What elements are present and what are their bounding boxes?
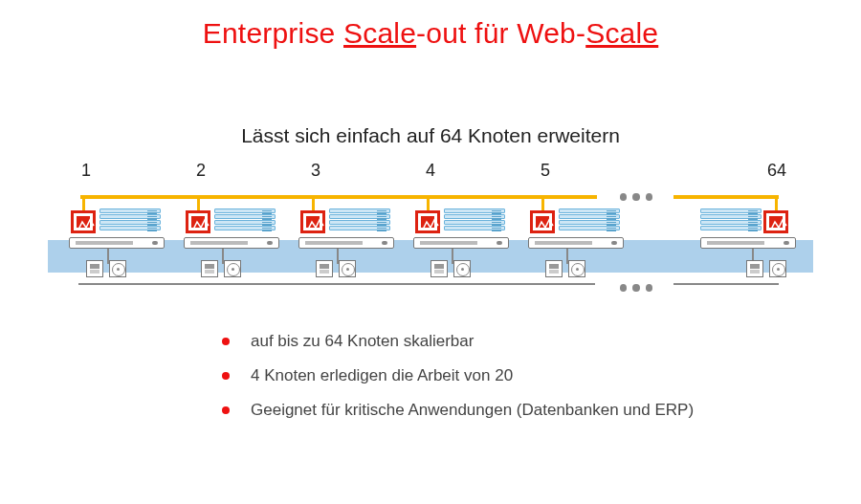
drives — [86, 260, 126, 277]
rack-icon — [700, 237, 796, 249]
server-icon — [444, 208, 505, 235]
node-label: 2 — [196, 161, 206, 181]
title-underline-2: Scale — [585, 17, 658, 49]
drives — [746, 260, 786, 277]
title-part: -out für Web- — [416, 17, 585, 49]
drive-icon — [746, 260, 763, 277]
bullet-item: auf bis zu 64 Knoten skalierbar — [222, 331, 861, 352]
scaleout-diagram: 1 2 3 4 5 64 — [48, 161, 813, 304]
diagram-subtitle: Lässt sich einfach auf 64 Knoten erweite… — [0, 124, 861, 147]
compute-icon — [415, 210, 440, 233]
network-bus-right — [673, 195, 779, 199]
disk-icon — [453, 260, 471, 277]
server-icon — [214, 208, 276, 235]
storage-bus-left — [78, 283, 595, 285]
disk-icon — [339, 260, 356, 277]
drives — [545, 260, 585, 277]
drives — [316, 260, 356, 277]
drives — [430, 260, 471, 277]
rack-icon — [69, 237, 165, 249]
bullet-item: Geeignet für kritische Anwendungen (Date… — [222, 400, 861, 421]
drive-icon — [316, 260, 333, 277]
bullet-item: 4 Knoten erledigen die Arbeit von 20 — [222, 365, 861, 386]
storage-bus-right — [673, 283, 779, 285]
disk-icon — [224, 260, 241, 277]
page-title: Enterprise Scale-out für Web-Scale — [0, 0, 861, 50]
rack-icon — [184, 237, 279, 249]
disk-icon — [769, 260, 786, 277]
compute-icon — [300, 210, 325, 233]
ellipsis-icon — [620, 192, 652, 202]
drives — [201, 260, 241, 277]
drive-icon — [86, 260, 103, 277]
feature-bullets: auf bis zu 64 Knoten skalierbar 4 Knoten… — [222, 331, 861, 421]
rack-icon — [528, 237, 624, 249]
drive-icon — [201, 260, 218, 277]
compute-icon — [71, 210, 96, 233]
node-label: 3 — [311, 161, 320, 181]
title-part: Enterprise — [203, 17, 343, 49]
node-labels-row: 1 2 3 4 5 64 — [48, 161, 813, 182]
disk-icon — [109, 260, 126, 277]
compute-icon — [186, 210, 210, 233]
server-icon — [329, 208, 390, 235]
node-label: 5 — [541, 161, 550, 181]
disk-icon — [568, 260, 585, 277]
drive-icon — [545, 260, 563, 277]
compute-icon — [530, 210, 555, 233]
compute-icon — [763, 210, 788, 233]
network-bus-left — [80, 195, 597, 199]
rack-icon — [298, 237, 394, 249]
drive-icon — [430, 260, 448, 277]
node-label: 4 — [426, 161, 435, 181]
node-label: 64 — [767, 161, 786, 181]
server-icon — [559, 208, 620, 235]
server-icon — [700, 208, 762, 235]
server-icon — [99, 208, 161, 235]
node-label: 1 — [81, 161, 91, 181]
ellipsis-icon — [620, 283, 652, 293]
rack-icon — [413, 237, 509, 249]
title-underline-1: Scale — [343, 17, 416, 49]
